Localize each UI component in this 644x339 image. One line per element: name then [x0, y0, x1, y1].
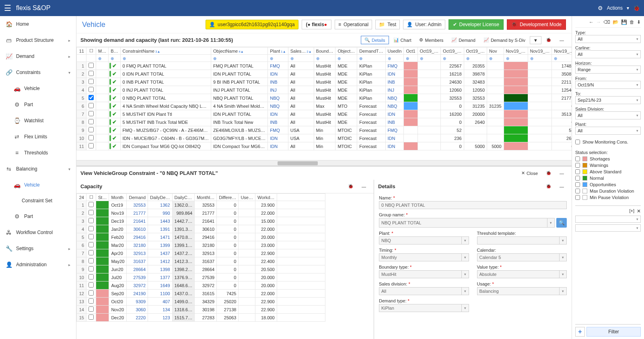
caret-icon[interactable]: ▾: [560, 236, 567, 244]
table-row[interactable]: 9✔FMQ - MUZS/BG7 - QC99N - A - ZE4I6M…ZE…: [77, 126, 572, 134]
status-check[interactable]: Shortages: [575, 156, 641, 161]
table-row[interactable]: 8✔5 MUSTHIT INB Truck Total MDEINB Truck…: [77, 118, 572, 126]
table-row[interactable]: 3✔0 INB PLANT TOTAL9 BI INB PLANT TOTALI…: [77, 78, 572, 86]
bug-icon[interactable]: 🐞: [542, 36, 555, 44]
horizon-select[interactable]: Range▾: [575, 66, 641, 74]
dev-mode-button[interactable]: 🐞Development Mode: [507, 19, 566, 30]
status-check[interactable]: Max Duration Violation: [575, 189, 641, 193]
calendar-input[interactable]: [477, 253, 560, 261]
plant-input[interactable]: [379, 236, 462, 244]
back-icon[interactable]: ←: [589, 19, 594, 25]
add-filter-button[interactable]: +: [575, 327, 585, 337]
table-row[interactable]: 13Oct2093094071499.0…343292502022.900: [77, 298, 325, 306]
from-select[interactable]: Oct19/N▾: [575, 81, 641, 89]
members-tab[interactable]: ⚙Members: [416, 36, 447, 44]
nav-demand[interactable]: 📈Demand▸: [0, 48, 76, 64]
table-row[interactable]: 11Aug203297216491648.6…32972020.000: [77, 281, 325, 290]
table-row[interactable]: 6Mar203218013991399.1…32180023.000: [77, 241, 325, 249]
boundary-input[interactable]: [379, 270, 462, 278]
user-select[interactable]: 👤User: Admin: [403, 20, 445, 29]
nav-thresholds[interactable]: ≡Thresholds: [0, 145, 76, 161]
table-row[interactable]: 12Sep202419011001437.0…31615742522.000: [77, 290, 325, 298]
table-row[interactable]: 4Jan203061013911391.3…30610022.000: [77, 225, 325, 233]
nav-constraints-vehicle[interactable]: 🚗Vehicle: [0, 80, 76, 97]
horizontal-scrollbar[interactable]: [76, 160, 572, 166]
table-row[interactable]: 5✔0 NBQ PLANT TOTALNBQ PLANT TOTALNBQAll…: [77, 94, 572, 102]
timing-input[interactable]: [379, 253, 462, 261]
nav-workflow[interactable]: 🖧Workflow Control: [0, 224, 76, 240]
collapse-icon[interactable]: —: [556, 36, 568, 44]
filter-toggle[interactable]: ▼: [530, 36, 541, 44]
chart-tab[interactable]: 📊Chart: [390, 36, 415, 44]
table-row[interactable]: 7✔5 MUSTHIT IDN Plant TtlIDN PLANT TOTAL…: [77, 110, 572, 118]
table-row[interactable]: 1Oct193255313621362.0…32553023.900: [77, 201, 325, 209]
table-row[interactable]: 9Jun202866413981398.2…28664020.500: [77, 265, 325, 273]
close-button[interactable]: ✕Close: [518, 169, 541, 177]
threshold-input[interactable]: [477, 236, 560, 244]
gear-icon[interactable]: ⚙: [598, 5, 603, 11]
capacity-grid[interactable]: 24☐St…MonthDemandDailyDe…DailyC…Monthl…D…: [76, 193, 374, 339]
collapse-icon[interactable]: —: [556, 169, 568, 177]
caret-icon[interactable]: ▾: [560, 270, 567, 278]
bug-icon[interactable]: 🐞: [542, 169, 555, 177]
nav-watchlist[interactable]: ⌚Watchlist: [0, 113, 76, 129]
usage-input[interactable]: [477, 287, 560, 295]
group-input[interactable]: [379, 218, 547, 228]
demandtype-input[interactable]: [379, 304, 462, 312]
table-row[interactable]: 6✔4 NA Smith Wheel Mold Capacity NBQ L…4…: [77, 102, 572, 110]
status-check[interactable]: Above Standard: [575, 169, 641, 174]
nav-constraints[interactable]: 🔗Constraints▾: [0, 64, 76, 80]
add-brackets-icon[interactable]: [+]: [629, 208, 634, 214]
carline-select[interactable]: All▾: [575, 50, 641, 58]
salesdiv-select[interactable]: All▾: [575, 111, 641, 119]
table-row[interactable]: 8May203163714121412.3…31637022.400: [77, 257, 325, 265]
bug-icon[interactable]: 🐞: [542, 182, 555, 191]
demand-sdiv-tab[interactable]: 📈Demand by S-Div: [480, 36, 529, 44]
forward-icon[interactable]: →: [596, 19, 601, 25]
show-monitoring-check[interactable]: Show Monitoring Cons.: [575, 140, 641, 144]
nav-settings[interactable]: 🔧Settings▸: [0, 240, 76, 257]
open-icon[interactable]: 📂: [613, 19, 619, 25]
status-check[interactable]: Normal: [575, 176, 641, 181]
constraints-grid[interactable]: 11☐M…B…ConstraintName3▲ObjectName4▲Plant…: [76, 47, 572, 160]
nav-constraints-part[interactable]: ⚙Part: [0, 97, 76, 113]
table-row[interactable]: 2✔0 IDN PLANT TOTALIDN PLANT TOTALIDNAll…: [77, 70, 572, 78]
erase-icon[interactable]: ⌫: [603, 19, 610, 25]
table-row[interactable]: 5Feb202941614711470.8…29416020.000: [77, 233, 325, 241]
table-row[interactable]: 14Nov2030601341318.6…301982713822.900: [77, 306, 325, 314]
table-row[interactable]: 3Dec192164114431442.7…21641015.000: [77, 217, 325, 225]
caret-icon[interactable]: ▾: [462, 304, 469, 312]
status-check[interactable]: Warnings: [575, 163, 641, 168]
filter-button[interactable]: Filter: [586, 327, 641, 337]
caret-icon[interactable]: ▾: [560, 287, 567, 295]
bug-icon[interactable]: 🐞: [344, 182, 357, 191]
bug-icon[interactable]: 🐞: [633, 5, 640, 11]
table-row[interactable]: 11✔IDN Compact Tour MG6 QQ-lot OI842QIDN…: [77, 142, 572, 150]
caret-icon[interactable]: ▾: [462, 287, 469, 295]
table-row[interactable]: 10Jul202753913771376.9…27539020.000: [77, 273, 325, 281]
caret-icon[interactable]: ▾: [462, 253, 469, 261]
status-check[interactable]: Opportunities: [575, 182, 641, 187]
operational-select[interactable]: ≡Operational: [335, 20, 372, 29]
nav-flex-limits[interactable]: ⇄Flex Limits: [0, 129, 76, 145]
plant-select[interactable]: All▾: [575, 127, 641, 135]
table-row[interactable]: 2Nov1921777990989.86421777022.000: [77, 209, 325, 217]
collapse-icon[interactable]: —: [358, 183, 370, 191]
extra-select-1[interactable]: ▾: [575, 216, 641, 223]
caret-icon[interactable]: ▾: [547, 218, 555, 228]
table-row[interactable]: 15Dec2022201231515.7…272832506318.000: [77, 314, 325, 322]
close-icon[interactable]: ✕: [637, 208, 641, 214]
nav-product-structure[interactable]: 🗃Product Structure▸: [0, 32, 76, 48]
valuetype-input[interactable]: [477, 270, 560, 278]
demand-tab[interactable]: 📈Demand: [448, 36, 479, 44]
details-tab[interactable]: 🔍Details: [361, 36, 389, 44]
type-select[interactable]: All▾: [575, 35, 641, 43]
dev-license-button[interactable]: ✔Developer License: [449, 19, 504, 30]
caret-icon[interactable]: ▾: [462, 236, 469, 244]
search-button[interactable]: 🔍: [556, 218, 567, 228]
table-row[interactable]: 7Apr203291314371437.2…32913022.900: [77, 249, 325, 257]
hamburger-icon[interactable]: ☰: [4, 3, 11, 13]
nav-balancing-vehicle[interactable]: 🚗Vehicle: [0, 177, 76, 193]
table-row[interactable]: 1✔0 FMQ PLANT TOTALFMQ PLANT TOTALFMQAll…: [77, 62, 572, 70]
status-check[interactable]: Min Pause Violation: [575, 195, 641, 200]
